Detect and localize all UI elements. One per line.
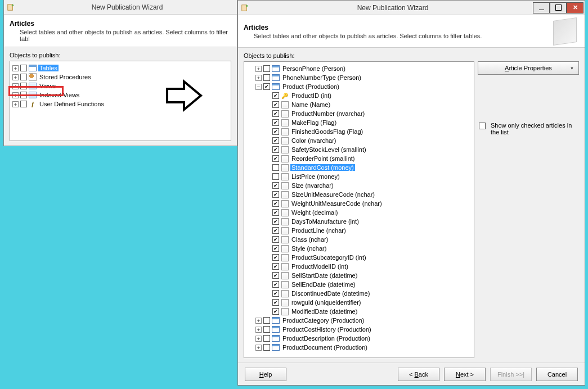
expander-icon[interactable]: + <box>255 66 262 72</box>
checkbox[interactable] <box>263 317 270 324</box>
back-button[interactable]: < Back <box>398 368 439 381</box>
node-label[interactable]: FinishedGoodsFlag (Flag) <box>290 128 364 135</box>
column-node[interactable]: SellEndDate (datetime) <box>245 280 473 289</box>
checkbox[interactable] <box>272 191 279 198</box>
column-node[interactable]: ProductNumber (nvarchar) <box>245 109 473 118</box>
table-node[interactable]: +PersonPhone (Person) <box>245 64 473 73</box>
node-label[interactable]: SizeUnitMeasureCode (nchar) <box>290 191 376 198</box>
checkbox[interactable] <box>272 182 279 189</box>
node-label[interactable]: ProductModelID (int) <box>290 263 349 270</box>
column-node[interactable]: ProductLine (nchar) <box>245 226 473 235</box>
node-label[interactable]: StandardCost (money) <box>290 164 355 171</box>
node-label[interactable]: PhoneNumberType (Person) <box>281 74 362 81</box>
node-label[interactable]: rowguid (uniqueidentifier) <box>290 299 362 306</box>
checkbox[interactable] <box>272 227 279 234</box>
checkbox[interactable] <box>263 326 270 333</box>
node-label[interactable]: Indexed Views <box>38 92 80 98</box>
column-node[interactable]: Color (nvarchar) <box>245 136 473 145</box>
expander-icon[interactable]: + <box>12 92 19 98</box>
node-label[interactable]: Style (nchar) <box>290 245 327 252</box>
expander-icon[interactable]: + <box>255 318 262 324</box>
expander-icon[interactable]: + <box>12 74 19 80</box>
node-label[interactable]: Tables <box>38 65 59 71</box>
node-label[interactable]: Views <box>38 83 57 89</box>
checkbox[interactable] <box>272 200 279 207</box>
node-label[interactable]: ProductLine (nchar) <box>290 227 347 234</box>
table-node[interactable]: +ProductCostHistory (Production) <box>245 325 473 334</box>
node-label[interactable]: ProductNumber (nvarchar) <box>290 110 366 117</box>
checkbox[interactable] <box>20 83 27 89</box>
column-node[interactable]: DiscontinuedDate (datetime) <box>245 289 473 298</box>
column-node[interactable]: ModifiedDate (datetime) <box>245 307 473 316</box>
checkbox[interactable] <box>272 110 279 117</box>
checkbox[interactable] <box>272 173 279 180</box>
column-node[interactable]: SizeUnitMeasureCode (nchar) <box>245 190 473 199</box>
object-tree[interactable]: +PersonPhone (Person)+PhoneNumberType (P… <box>244 61 474 358</box>
checkbox[interactable] <box>20 74 27 80</box>
node-label[interactable]: DaysToManufacture (int) <box>290 218 360 225</box>
node-label[interactable]: DiscontinuedDate (datetime) <box>290 290 371 297</box>
column-node[interactable]: Style (nchar) <box>245 244 473 253</box>
node-label[interactable]: WeightUnitMeasureCode (nchar) <box>290 200 383 207</box>
checkbox[interactable] <box>20 92 27 98</box>
close-button[interactable] <box>567 2 583 13</box>
column-node[interactable]: ListPrice (money) <box>245 172 473 181</box>
column-node[interactable]: ProductModelID (int) <box>245 262 473 271</box>
checkbox[interactable] <box>263 83 270 90</box>
expander-icon[interactable]: + <box>12 65 19 71</box>
node-label[interactable]: ProductCategory (Production) <box>281 317 366 324</box>
node-label[interactable]: Name (Name) <box>290 101 331 108</box>
node-label[interactable]: Size (nvarchar) <box>290 182 335 189</box>
node-label[interactable]: ProductID (int) <box>290 92 333 99</box>
node-label[interactable]: ReorderPoint (smallint) <box>290 155 356 162</box>
checkbox[interactable] <box>20 101 27 107</box>
checkbox[interactable] <box>272 164 279 171</box>
expander-icon[interactable]: + <box>255 327 262 333</box>
column-node[interactable]: ReorderPoint (smallint) <box>245 154 473 163</box>
node-label[interactable]: ListPrice (money) <box>290 173 341 180</box>
article-properties-button[interactable]: Article Properties <box>478 61 579 75</box>
node-label[interactable]: ProductDocument (Production) <box>281 344 369 351</box>
expander-icon[interactable]: + <box>255 75 262 81</box>
checkbox[interactable] <box>263 335 270 342</box>
checkbox[interactable] <box>272 272 279 279</box>
titlebar[interactable]: New Publication Wizard <box>4 0 237 15</box>
node-label[interactable]: User Defined Functions <box>38 101 105 107</box>
checkbox[interactable] <box>272 290 279 297</box>
node-label[interactable]: SellStartDate (datetime) <box>290 272 358 279</box>
column-node[interactable]: SellStartDate (datetime) <box>245 271 473 280</box>
checkbox[interactable] <box>272 236 279 243</box>
column-node[interactable]: rowguid (uniqueidentifier) <box>245 298 473 307</box>
help-button[interactable]: Help <box>245 368 286 381</box>
expander-icon[interactable]: + <box>255 345 262 351</box>
cancel-button[interactable]: Cancel <box>536 368 578 381</box>
column-node[interactable]: ProductSubcategoryID (int) <box>245 253 473 262</box>
titlebar[interactable]: New Publication Wizard <box>238 1 585 15</box>
tree-node[interactable]: +Tables <box>11 64 230 73</box>
checkbox[interactable] <box>272 263 279 270</box>
table-node[interactable]: +ProductDocument (Production) <box>245 343 473 352</box>
checkbox[interactable] <box>20 65 27 71</box>
node-label[interactable]: Color (nvarchar) <box>290 137 337 144</box>
column-node[interactable]: Weight (decimal) <box>245 208 473 217</box>
column-node[interactable]: StandardCost (money) <box>245 163 473 172</box>
checkbox[interactable] <box>272 92 279 99</box>
table-node[interactable]: +PhoneNumberType (Person) <box>245 73 473 82</box>
table-node[interactable]: +ProductDescription (Production) <box>245 334 473 343</box>
column-node[interactable]: FinishedGoodsFlag (Flag) <box>245 127 473 136</box>
column-node[interactable]: ProductID (int) <box>245 91 473 100</box>
column-node[interactable]: DaysToManufacture (int) <box>245 217 473 226</box>
column-node[interactable]: SafetyStockLevel (smallint) <box>245 145 473 154</box>
checkbox[interactable] <box>263 344 270 351</box>
column-node[interactable]: MakeFlag (Flag) <box>245 118 473 127</box>
column-node[interactable]: Class (nchar) <box>245 235 473 244</box>
checkbox[interactable] <box>272 218 279 225</box>
node-label[interactable]: Product (Production) <box>281 83 340 90</box>
checkbox[interactable] <box>272 281 279 288</box>
column-node[interactable]: Size (nvarchar) <box>245 181 473 190</box>
column-node[interactable]: WeightUnitMeasureCode (nchar) <box>245 199 473 208</box>
node-label[interactable]: SafetyStockLevel (smallint) <box>290 146 367 153</box>
checkbox[interactable] <box>272 137 279 144</box>
node-label[interactable]: ProductDescription (Production) <box>281 335 371 342</box>
table-node[interactable]: −Product (Production) <box>245 82 473 91</box>
